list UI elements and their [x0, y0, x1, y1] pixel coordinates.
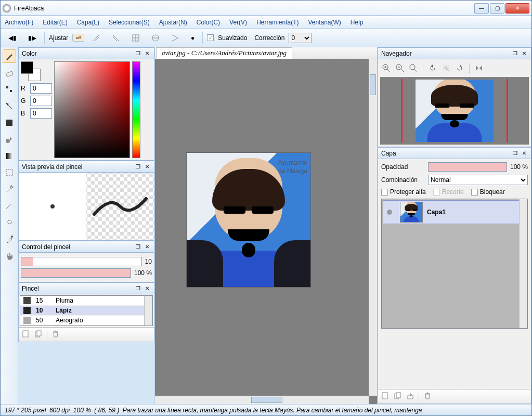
- r-input[interactable]: [30, 83, 52, 94]
- fill-tool[interactable]: [3, 116, 16, 129]
- b-label: B: [21, 110, 28, 117]
- menu-editar[interactable]: Editar(E): [43, 19, 67, 26]
- menu-color[interactable]: Color(C): [197, 19, 220, 26]
- duplicate-layer-button[interactable]: [394, 392, 402, 401]
- status-bar: 197 * 205 pixel 600 dpi 100 % ( 86, 59 )…: [1, 404, 531, 415]
- eyedropper-tool[interactable]: [3, 232, 16, 246]
- brush-item[interactable]: 15Pluma: [20, 296, 152, 306]
- undo-button[interactable]: ◀▮: [5, 33, 20, 43]
- brush-opacity-slider[interactable]: [21, 268, 131, 278]
- rotate-right-button[interactable]: [456, 64, 464, 74]
- new-brush-button[interactable]: [22, 330, 30, 340]
- menu-help[interactable]: Help: [351, 19, 364, 26]
- close-button[interactable]: ✕: [505, 3, 529, 14]
- close-icon[interactable]: ✕: [144, 163, 151, 171]
- layer-scrollbar[interactable]: [519, 199, 527, 328]
- redo-button[interactable]: ▮▶: [24, 33, 40, 43]
- eraser-tool[interactable]: [3, 66, 16, 80]
- layer-item[interactable]: Capa1: [383, 200, 526, 224]
- bucket-tool[interactable]: [3, 133, 16, 146]
- blend-mode-select[interactable]: Normal: [428, 175, 528, 185]
- snap-off-button[interactable]: off: [72, 34, 84, 42]
- snap-grid-button[interactable]: [128, 32, 144, 44]
- brush-scrollbar[interactable]: [144, 296, 152, 326]
- undock-icon[interactable]: ❐: [134, 285, 141, 292]
- lasso-tool[interactable]: [3, 216, 16, 229]
- b-input[interactable]: [30, 108, 52, 119]
- svg-line-14: [7, 104, 12, 109]
- protect-alpha-checkbox[interactable]: Proteger alfa: [381, 188, 426, 196]
- brush-item[interactable]: 50Aerógrafo: [20, 316, 152, 326]
- left-panels: Color ❐ ✕ R G B: [18, 47, 154, 404]
- menu-ventana[interactable]: Ventana(W): [308, 19, 341, 26]
- foreground-color-swatch[interactable]: [21, 61, 33, 74]
- close-icon[interactable]: ✕: [521, 50, 528, 57]
- minimize-button[interactable]: —: [474, 3, 489, 14]
- document-tabs: avtar.jpg - C:/Users/Andrés/Pictures/avt…: [155, 47, 377, 59]
- g-input[interactable]: [30, 96, 52, 106]
- dot-tool[interactable]: [3, 83, 16, 96]
- gradient-tool[interactable]: [3, 149, 16, 163]
- correccion-select[interactable]: 0: [289, 33, 312, 43]
- menu-ajustar[interactable]: Ajustar(N): [159, 19, 187, 26]
- maximize-button[interactable]: ▢: [490, 3, 504, 14]
- zoom-fit-button[interactable]: [409, 64, 418, 74]
- brush-panel: Pincel ❐ ✕ 15Pluma 10Lápiz 50Aerógrafo: [18, 282, 154, 342]
- suavizado-checkbox[interactable]: ✓: [207, 34, 214, 41]
- menu-archivo[interactable]: Archivo(F): [5, 19, 33, 26]
- rotate-reset-button[interactable]: [442, 64, 450, 74]
- brush-size-slider[interactable]: [21, 257, 142, 266]
- canvas-scrollbar-vertical[interactable]: [369, 59, 377, 396]
- new-layer-button[interactable]: [381, 392, 390, 401]
- menu-ver[interactable]: Ver(V): [229, 19, 247, 26]
- move-tool[interactable]: [3, 99, 16, 113]
- undock-icon[interactable]: ❐: [134, 243, 141, 251]
- lock-checkbox[interactable]: Bloquear: [471, 188, 505, 196]
- clip-checkbox[interactable]: Recorte: [433, 188, 464, 196]
- layer-visibility-toggle[interactable]: [383, 210, 396, 215]
- rotate-left-button[interactable]: [429, 64, 437, 74]
- menubar: Archivo(F) Editar(E) Capa(L) Seleccionar…: [1, 16, 531, 29]
- layer-opacity-slider[interactable]: [428, 162, 507, 172]
- close-icon[interactable]: ✕: [144, 50, 151, 57]
- brush-item[interactable]: 10Lápiz: [20, 306, 152, 316]
- color-swatch[interactable]: [21, 61, 41, 81]
- window-title: FireAlpaca: [14, 5, 474, 12]
- select-rect-tool[interactable]: [3, 166, 16, 179]
- close-icon[interactable]: ✕: [144, 243, 151, 251]
- zoom-out-button[interactable]: [396, 64, 404, 74]
- snap-vanish-button[interactable]: [167, 32, 183, 44]
- canvas[interactable]: Ayuntamiede Málaga: [155, 59, 377, 404]
- brush-tool[interactable]: [3, 49, 16, 63]
- document-tab[interactable]: avtar.jpg - C:/Users/Andrés/Pictures/avt…: [156, 47, 292, 59]
- undock-icon[interactable]: ❐: [134, 50, 141, 57]
- snap-diag1-button[interactable]: [88, 32, 104, 44]
- status-dims: 197 * 205 pixel: [5, 407, 46, 414]
- flip-button[interactable]: [475, 64, 483, 74]
- right-panels: Navegador ❐ ✕: [378, 47, 531, 404]
- color-picker[interactable]: [54, 61, 130, 158]
- select-pen-tool[interactable]: [3, 199, 16, 213]
- hand-tool[interactable]: [3, 249, 16, 263]
- zoom-in-button[interactable]: [382, 64, 391, 74]
- wand-tool[interactable]: [3, 183, 16, 196]
- merge-layer-button[interactable]: [406, 392, 414, 401]
- undock-icon[interactable]: ❐: [511, 150, 518, 157]
- snap-diag2-button[interactable]: [108, 32, 124, 44]
- menu-seleccionar[interactable]: Seleccionar(S): [109, 19, 150, 26]
- menu-herramienta[interactable]: Herramienta(T): [256, 19, 299, 26]
- snap-radial-button[interactable]: [148, 32, 163, 44]
- duplicate-brush-button[interactable]: [34, 330, 43, 340]
- delete-brush-button[interactable]: [51, 330, 60, 340]
- undock-icon[interactable]: ❐: [511, 50, 518, 57]
- layer-thumbnail: [400, 202, 423, 223]
- close-icon[interactable]: ✕: [144, 285, 151, 292]
- navigator-preview[interactable]: [380, 77, 529, 145]
- canvas-scrollbar-horizontal[interactable]: [155, 396, 369, 404]
- delete-layer-button[interactable]: [423, 392, 432, 401]
- menu-capa[interactable]: Capa(L): [77, 19, 99, 26]
- close-icon[interactable]: ✕: [521, 150, 528, 157]
- hue-slider[interactable]: [132, 61, 140, 158]
- snap-settings-button[interactable]: ●: [187, 33, 198, 43]
- undock-icon[interactable]: ❐: [134, 163, 141, 171]
